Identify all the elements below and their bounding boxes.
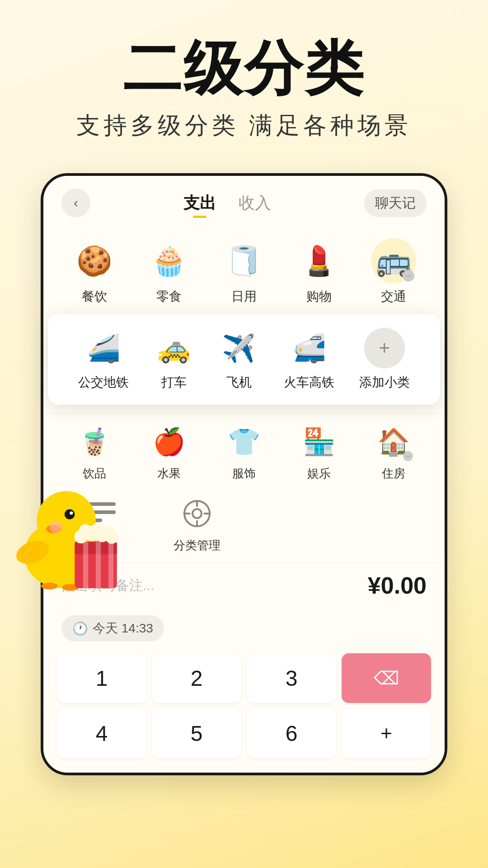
transport-icon: 🚌 ··· [371,238,416,283]
num-3-button[interactable]: 3 [247,653,336,703]
housing-icon: 🏠 ··· [373,421,414,462]
entertainment-label: 娱乐 [307,466,331,481]
subcategory-grid: 🚄 公交地铁 🚕 打车 ✈️ 飞机 🚅 火车高铁 + 添加小类 [66,328,422,391]
sub-item-add[interactable]: + 添加小类 [359,328,410,391]
numpad-row-1: 1 2 3 ⌫ [57,653,431,703]
tab-income[interactable]: 收入 [239,192,271,214]
clothing-label: 服饰 [232,466,256,481]
taxi-icon: 🚕 [154,328,194,368]
shopping-label: 购物 [306,288,332,305]
restaurant-icon: 🍪 [72,238,117,283]
plane-icon: ✈️ [219,328,259,368]
housing-label: 住房 [382,466,405,481]
svg-point-10 [37,491,96,550]
svg-rect-20 [83,542,88,588]
phone-mockup: ‹ 支出 收入 聊天记 🍪 餐饮 🧁 零食 🧻 日用 [41,173,447,775]
train-label: 火车高铁 [284,374,334,391]
header-section: 二级分类 支持多级分类 满足各种场景 [0,0,488,160]
svg-point-28 [92,523,104,535]
category-mgmt-label: 分类管理 [174,538,221,553]
fruit-label: 水果 [157,466,181,481]
add-subcategory-icon: + [364,328,405,368]
sub-title: 支持多级分类 满足各种场景 [18,110,470,142]
tab-expense[interactable]: 支出 [183,192,216,214]
daily-icon: 🧻 [221,238,267,283]
clothing-icon: 👕 [224,421,264,462]
nav-tabs: 支出 收入 [183,192,271,214]
svg-point-13 [70,511,73,514]
plane-label: 飞机 [226,374,252,391]
fruit-icon: 🍎 [149,421,189,462]
nav-bar: ‹ 支出 收入 聊天记 [43,176,445,225]
snack-label: 零食 [156,288,182,305]
add-subcategory-label: 添加小类 [359,374,410,391]
category-mgmt-icon [177,493,217,534]
mascot-decoration [7,474,152,619]
category-item-daily[interactable]: 🧻 日用 [221,238,267,305]
clock-icon: 🕐 [72,621,88,636]
svg-rect-22 [108,542,113,588]
sub-item-taxi[interactable]: 🚕 打车 [154,328,194,391]
daily-label: 日用 [231,288,257,305]
category-grid: 🍪 餐饮 🧁 零食 🧻 日用 💄 购物 🚌 ··· [57,234,431,314]
sub-item-plane[interactable]: ✈️ 飞机 [219,328,259,391]
train-icon: 🚅 [289,328,329,368]
transport-label: 交通 [381,288,406,305]
bus-subway-icon: 🚄 [83,328,124,368]
num-1-button[interactable]: 1 [57,653,146,703]
shopping-icon: 💄 [296,238,342,283]
sub-item-bus[interactable]: 🚄 公交地铁 [78,328,129,391]
svg-point-29 [103,526,114,537]
sub-item-train[interactable]: 🚅 火车高铁 [284,328,334,391]
cat-item-fruit[interactable]: 🍎 水果 [132,421,207,481]
category-item-restaurant[interactable]: 🍪 餐饮 [72,238,117,305]
num-6-button[interactable]: 6 [247,708,336,758]
drinks-icon: 🧋 [74,421,115,462]
date-label: 今天 14:33 [93,620,153,637]
cat-item-category-mgmt[interactable]: 分类管理 [161,493,233,553]
subcategory-dropdown: 🚄 公交地铁 🚕 打车 ✈️ 飞机 🚅 火车高铁 + 添加小类 [48,314,440,405]
svg-point-12 [65,509,75,519]
main-title: 二级分类 [18,36,470,101]
cat-item-drinks[interactable]: 🧋 饮品 [57,421,132,481]
num-4-button[interactable]: 4 [57,708,146,758]
numpad-row-2: 4 5 6 + [57,708,431,758]
svg-point-4 [192,509,202,518]
category-section: 🍪 餐饮 🧁 零食 🧻 日用 💄 购物 🚌 ··· [43,225,445,414]
cat-item-entertainment[interactable]: 🏪 娱乐 [282,421,357,481]
cat-item-housing[interactable]: 🏠 ··· 住房 [356,421,431,481]
category-item-shopping[interactable]: 💄 购物 [296,238,342,305]
plus-button[interactable]: + [342,708,431,758]
date-badge[interactable]: 🕐 今天 14:33 [61,615,164,642]
amount-display: ¥0.00 [368,572,427,599]
category-item-transport[interactable]: 🚌 ··· 交通 [371,238,416,305]
bus-subway-label: 公交地铁 [78,374,129,391]
cat-item-clothing[interactable]: 👕 服饰 [206,421,282,481]
delete-button[interactable]: ⌫ [342,653,431,703]
num-5-button[interactable]: 5 [152,708,241,758]
svg-rect-21 [96,542,101,588]
back-button[interactable]: ‹ [61,189,90,217]
chat-button[interactable]: 聊天记 [364,189,427,217]
more-dot: ··· [403,270,414,282]
housing-more-dot: ··· [403,451,413,461]
taxi-label: 打车 [161,374,187,391]
svg-point-27 [80,524,91,536]
svg-point-15 [41,583,58,590]
num-2-button[interactable]: 2 [152,653,241,703]
svg-point-17 [50,521,61,533]
category-item-snack[interactable]: 🧁 零食 [146,238,192,305]
numpad: 1 2 3 ⌫ 4 5 6 + [43,649,445,773]
entertainment-icon: 🏪 [299,421,339,462]
snack-icon: 🧁 [146,238,192,283]
restaurant-label: 餐饮 [82,288,107,305]
back-icon: ‹ [74,196,78,210]
